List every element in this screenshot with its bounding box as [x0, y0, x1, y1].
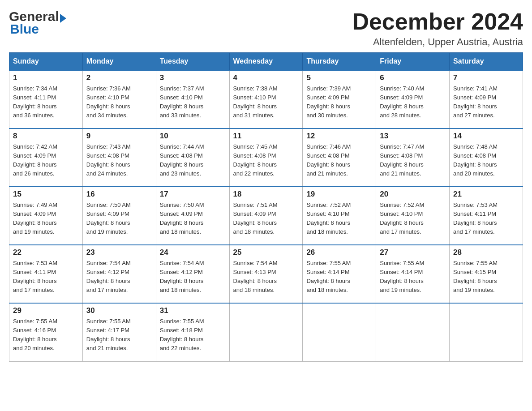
calendar-cell: 19 Sunrise: 7:52 AMSunset: 4:10 PMDaylig…	[303, 187, 376, 245]
calendar-cell: 31 Sunrise: 7:55 AMSunset: 4:18 PMDaylig…	[156, 303, 229, 361]
day-info: Sunrise: 7:53 AMSunset: 4:11 PMDaylight:…	[13, 260, 57, 293]
calendar-cell: 25 Sunrise: 7:54 AMSunset: 4:13 PMDaylig…	[229, 245, 303, 303]
day-info: Sunrise: 7:51 AMSunset: 4:09 PMDaylight:…	[233, 201, 278, 235]
weekday-header-sunday: Sunday	[9, 53, 83, 71]
weekday-header-thursday: Thursday	[303, 53, 376, 71]
day-number: 15	[13, 190, 79, 199]
calendar-cell: 6 Sunrise: 7:40 AMSunset: 4:09 PMDayligh…	[376, 70, 450, 128]
weekday-header-row: SundayMondayTuesdayWednesdayThursdayFrid…	[9, 53, 523, 71]
weekday-header-tuesday: Tuesday	[156, 53, 229, 71]
calendar-cell: 28 Sunrise: 7:55 AMSunset: 4:15 PMDaylig…	[450, 245, 523, 303]
day-info: Sunrise: 7:39 AMSunset: 4:09 PMDaylight:…	[306, 85, 351, 119]
calendar-cell: 9 Sunrise: 7:43 AMSunset: 4:08 PMDayligh…	[82, 128, 156, 187]
calendar-cell: 11 Sunrise: 7:45 AMSunset: 4:08 PMDaylig…	[229, 128, 303, 187]
day-number: 18	[233, 190, 299, 199]
day-number: 9	[86, 132, 152, 141]
day-info: Sunrise: 7:38 AMSunset: 4:10 PMDaylight:…	[233, 85, 278, 119]
day-number: 24	[160, 248, 226, 257]
month-title: December 2024	[352, 9, 523, 34]
calendar-cell: 18 Sunrise: 7:51 AMSunset: 4:09 PMDaylig…	[229, 187, 303, 245]
calendar-cell: 2 Sunrise: 7:36 AMSunset: 4:10 PMDayligh…	[82, 70, 156, 128]
calendar-cell: 30 Sunrise: 7:55 AMSunset: 4:17 PMDaylig…	[82, 303, 156, 361]
title-area: December 2024 Altenfelden, Upper Austria…	[352, 9, 523, 48]
day-number: 23	[86, 248, 152, 257]
day-number: 21	[453, 190, 519, 199]
day-number: 2	[86, 73, 152, 82]
day-info: Sunrise: 7:54 AMSunset: 4:12 PMDaylight:…	[160, 260, 204, 293]
logo-blue-text: Blue	[10, 21, 39, 37]
calendar-cell	[303, 303, 376, 361]
day-info: Sunrise: 7:45 AMSunset: 4:08 PMDaylight:…	[233, 143, 278, 177]
weekday-header-monday: Monday	[82, 53, 156, 71]
calendar-cell: 12 Sunrise: 7:46 AMSunset: 4:08 PMDaylig…	[303, 128, 376, 187]
calendar-cell	[229, 303, 303, 361]
day-number: 13	[380, 132, 446, 141]
day-info: Sunrise: 7:55 AMSunset: 4:18 PMDaylight:…	[160, 318, 204, 351]
page-header: General Blue December 2024 Altenfelden, …	[9, 9, 523, 48]
day-info: Sunrise: 7:53 AMSunset: 4:11 PMDaylight:…	[453, 201, 498, 235]
day-number: 29	[13, 306, 79, 315]
week-row-3: 15 Sunrise: 7:49 AMSunset: 4:09 PMDaylig…	[9, 187, 523, 245]
day-info: Sunrise: 7:44 AMSunset: 4:08 PMDaylight:…	[160, 143, 204, 177]
week-row-2: 8 Sunrise: 7:42 AMSunset: 4:09 PMDayligh…	[9, 128, 523, 187]
day-number: 28	[453, 248, 519, 257]
day-info: Sunrise: 7:54 AMSunset: 4:12 PMDaylight:…	[86, 260, 131, 293]
calendar-cell: 27 Sunrise: 7:55 AMSunset: 4:14 PMDaylig…	[376, 245, 450, 303]
day-number: 8	[13, 132, 79, 141]
day-info: Sunrise: 7:50 AMSunset: 4:09 PMDaylight:…	[86, 201, 131, 235]
day-info: Sunrise: 7:46 AMSunset: 4:08 PMDaylight:…	[306, 143, 351, 177]
day-number: 26	[306, 248, 372, 257]
day-number: 30	[86, 306, 152, 315]
day-info: Sunrise: 7:41 AMSunset: 4:09 PMDaylight:…	[453, 85, 498, 119]
calendar-cell: 5 Sunrise: 7:39 AMSunset: 4:09 PMDayligh…	[303, 70, 376, 128]
calendar-cell	[376, 303, 450, 361]
calendar-cell: 1 Sunrise: 7:34 AMSunset: 4:11 PMDayligh…	[9, 70, 83, 128]
day-number: 4	[233, 73, 299, 82]
day-info: Sunrise: 7:36 AMSunset: 4:10 PMDaylight:…	[86, 85, 131, 119]
day-info: Sunrise: 7:48 AMSunset: 4:08 PMDaylight:…	[453, 143, 498, 177]
calendar-cell: 15 Sunrise: 7:49 AMSunset: 4:09 PMDaylig…	[9, 187, 83, 245]
day-number: 7	[453, 73, 519, 82]
day-number: 31	[160, 306, 226, 315]
day-info: Sunrise: 7:37 AMSunset: 4:10 PMDaylight:…	[160, 85, 204, 119]
logo: General Blue	[9, 9, 66, 37]
calendar-cell: 7 Sunrise: 7:41 AMSunset: 4:09 PMDayligh…	[450, 70, 523, 128]
day-info: Sunrise: 7:55 AMSunset: 4:17 PMDaylight:…	[86, 318, 131, 351]
day-info: Sunrise: 7:55 AMSunset: 4:16 PMDaylight:…	[13, 318, 57, 351]
day-info: Sunrise: 7:55 AMSunset: 4:15 PMDaylight:…	[453, 260, 498, 293]
location-title: Altenfelden, Upper Austria, Austria	[352, 36, 523, 48]
day-number: 17	[160, 190, 226, 199]
day-number: 16	[86, 190, 152, 199]
day-info: Sunrise: 7:55 AMSunset: 4:14 PMDaylight:…	[306, 260, 351, 293]
day-number: 27	[380, 248, 446, 257]
calendar-cell	[450, 303, 523, 361]
day-number: 1	[13, 73, 79, 82]
day-number: 12	[306, 132, 372, 141]
calendar-cell: 20 Sunrise: 7:52 AMSunset: 4:10 PMDaylig…	[376, 187, 450, 245]
weekday-header-friday: Friday	[376, 53, 450, 71]
week-row-4: 22 Sunrise: 7:53 AMSunset: 4:11 PMDaylig…	[9, 245, 523, 303]
day-info: Sunrise: 7:55 AMSunset: 4:14 PMDaylight:…	[380, 260, 424, 293]
day-number: 11	[233, 132, 299, 141]
calendar-cell: 26 Sunrise: 7:55 AMSunset: 4:14 PMDaylig…	[303, 245, 376, 303]
week-row-5: 29 Sunrise: 7:55 AMSunset: 4:16 PMDaylig…	[9, 303, 523, 361]
calendar-cell: 16 Sunrise: 7:50 AMSunset: 4:09 PMDaylig…	[82, 187, 156, 245]
calendar-cell: 13 Sunrise: 7:47 AMSunset: 4:08 PMDaylig…	[376, 128, 450, 187]
weekday-header-wednesday: Wednesday	[229, 53, 303, 71]
calendar-cell: 22 Sunrise: 7:53 AMSunset: 4:11 PMDaylig…	[9, 245, 83, 303]
calendar-cell: 24 Sunrise: 7:54 AMSunset: 4:12 PMDaylig…	[156, 245, 229, 303]
day-number: 6	[380, 73, 446, 82]
day-number: 3	[160, 73, 226, 82]
weekday-header-saturday: Saturday	[450, 53, 523, 71]
calendar-cell: 10 Sunrise: 7:44 AMSunset: 4:08 PMDaylig…	[156, 128, 229, 187]
calendar-cell: 21 Sunrise: 7:53 AMSunset: 4:11 PMDaylig…	[450, 187, 523, 245]
day-number: 20	[380, 190, 446, 199]
calendar-cell: 23 Sunrise: 7:54 AMSunset: 4:12 PMDaylig…	[82, 245, 156, 303]
day-info: Sunrise: 7:40 AMSunset: 4:09 PMDaylight:…	[380, 85, 424, 119]
week-row-1: 1 Sunrise: 7:34 AMSunset: 4:11 PMDayligh…	[9, 70, 523, 128]
calendar-cell: 4 Sunrise: 7:38 AMSunset: 4:10 PMDayligh…	[229, 70, 303, 128]
day-number: 14	[453, 132, 519, 141]
calendar-cell: 29 Sunrise: 7:55 AMSunset: 4:16 PMDaylig…	[9, 303, 83, 361]
day-info: Sunrise: 7:42 AMSunset: 4:09 PMDaylight:…	[13, 143, 57, 177]
day-info: Sunrise: 7:47 AMSunset: 4:08 PMDaylight:…	[380, 143, 424, 177]
